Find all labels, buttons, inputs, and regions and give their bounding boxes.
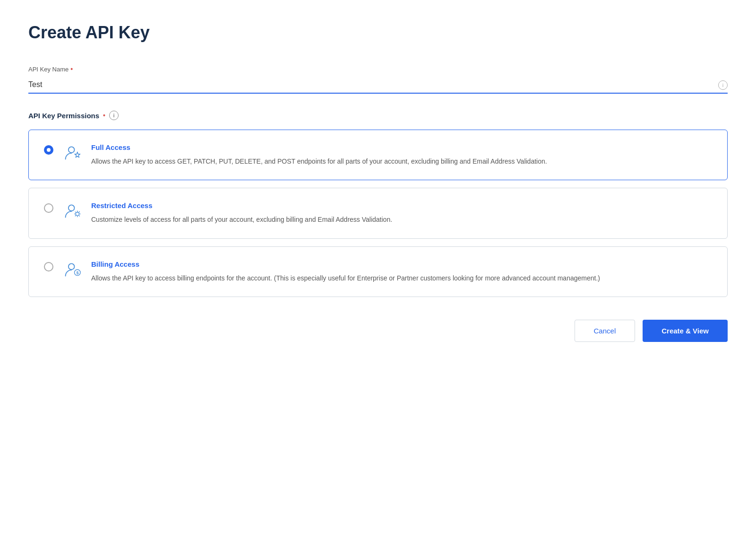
full-access-option[interactable]: Full Access Allows the API key to access…	[28, 130, 728, 180]
full-access-description: Allows the API key to access GET, PATCH,…	[91, 156, 712, 166]
billing-access-content: Billing Access Allows the API key to acc…	[91, 260, 712, 283]
billing-access-option[interactable]: $ Billing Access Allows the API key to a…	[28, 246, 728, 297]
create-view-button[interactable]: Create & View	[643, 320, 728, 342]
svg-marker-1	[75, 152, 80, 157]
api-key-name-label: API Key Name •	[28, 65, 728, 73]
permissions-required-indicator: •	[103, 112, 105, 119]
billing-access-description: Allows the API key to access billing end…	[91, 273, 712, 283]
billing-access-icon: $	[63, 260, 82, 279]
svg-point-3	[76, 212, 79, 216]
restricted-access-title: Restricted Access	[91, 201, 712, 210]
restricted-access-description: Customize levels of access for all parts…	[91, 214, 712, 225]
cancel-button[interactable]: Cancel	[575, 320, 636, 342]
full-access-icon	[63, 143, 82, 162]
api-key-name-field: API Key Name • i	[28, 65, 728, 94]
api-key-name-input-wrapper: i	[28, 77, 728, 94]
full-access-content: Full Access Allows the API key to access…	[91, 143, 712, 166]
api-key-name-info-icon[interactable]: i	[718, 80, 728, 90]
permissions-info-icon[interactable]: i	[109, 111, 119, 120]
required-indicator: •	[70, 65, 73, 73]
billing-access-title: Billing Access	[91, 260, 712, 268]
restricted-access-icon	[63, 201, 82, 220]
billing-access-radio[interactable]	[44, 262, 53, 271]
full-access-radio[interactable]	[44, 145, 53, 155]
api-key-name-input[interactable]	[28, 77, 728, 94]
restricted-access-option[interactable]: Restricted Access Customize levels of ac…	[28, 188, 728, 238]
svg-point-2	[69, 205, 75, 211]
restricted-access-radio[interactable]	[44, 203, 53, 213]
svg-point-4	[69, 263, 75, 270]
svg-point-0	[69, 147, 75, 153]
restricted-access-content: Restricted Access Customize levels of ac…	[91, 201, 712, 225]
page-title: Create API Key	[28, 23, 728, 43]
full-access-title: Full Access	[91, 143, 712, 151]
svg-text:$: $	[77, 271, 79, 275]
permissions-section: API Key Permissions • i Full Access Allo…	[28, 111, 728, 297]
permissions-options-list: Full Access Allows the API key to access…	[28, 130, 728, 297]
footer-actions: Cancel Create & View	[28, 320, 728, 342]
permissions-section-label: API Key Permissions • i	[28, 111, 728, 120]
